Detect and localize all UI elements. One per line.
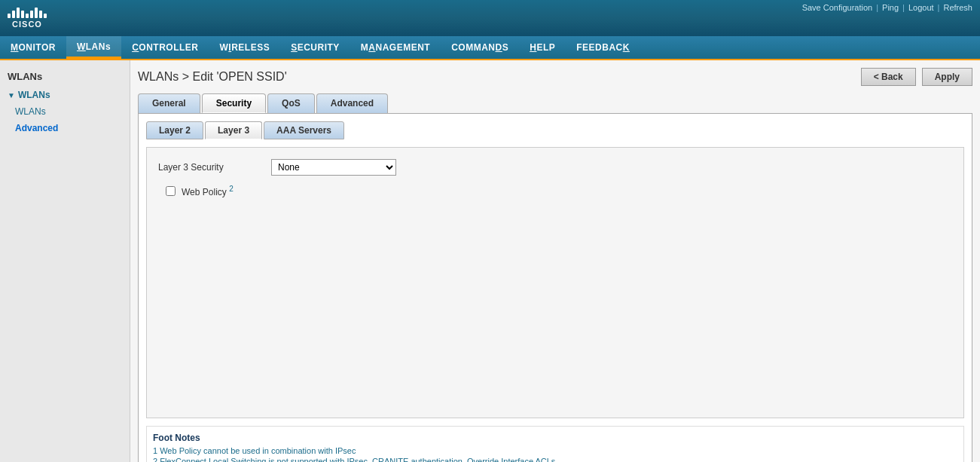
sidebar-item-wlans[interactable]: WLANs — [0, 103, 130, 120]
subtab-aaa[interactable]: AAA Servers — [264, 121, 344, 139]
nav-feedback[interactable]: FEEDBACK — [566, 36, 640, 59]
sidebar: WLANs ▼ WLANs WLANs Advanced — [0, 60, 130, 462]
top-bar: CISCO Save Configuration | Ping | Logout… — [0, 0, 980, 36]
web-policy-footnote[interactable]: 2 — [229, 185, 234, 193]
web-policy-row: Web Policy 2 — [166, 185, 952, 197]
inner-panel: Layer 3 Security None Web Policy VPN Pas… — [146, 147, 964, 418]
bar8 — [39, 11, 42, 18]
bar6 — [30, 11, 33, 18]
bar2 — [12, 11, 15, 18]
sidebar-arrow-icon: ▼ — [8, 91, 15, 99]
subtab-layer2[interactable]: Layer 2 — [146, 121, 203, 139]
main-layout: WLANs ▼ WLANs WLANs Advanced WLANs > Edi… — [0, 60, 980, 462]
cisco-logo: CISCO — [8, 8, 47, 29]
bar5 — [26, 14, 29, 18]
nav-wireless[interactable]: WIRELESS — [209, 36, 280, 59]
web-policy-label: Web Policy 2 — [182, 185, 234, 197]
sidebar-item-advanced[interactable]: Advanced — [0, 120, 130, 136]
tab-security[interactable]: Security — [202, 93, 266, 113]
refresh-link[interactable]: Refresh — [943, 3, 972, 12]
tab-advanced[interactable]: Advanced — [316, 93, 388, 113]
sub-tabs: Layer 2 Layer 3 AAA Servers — [146, 121, 964, 139]
nav-management[interactable]: MANAGEMENT — [350, 36, 441, 59]
header-buttons: < Back Apply — [861, 68, 972, 86]
bar9 — [44, 14, 47, 18]
foot-notes-title: Foot Notes — [153, 433, 957, 443]
breadcrumb: WLANs > Edit — [138, 70, 213, 83]
foot-note-2: 2 FlexConnect Local Switching is not sup… — [153, 457, 957, 462]
cisco-text: CISCO — [12, 20, 42, 29]
content-panel: Layer 2 Layer 3 AAA Servers Layer 3 Secu… — [138, 113, 972, 462]
page-title: WLANs > Edit 'OPEN SSID' — [138, 70, 287, 84]
nav-controller[interactable]: CONTROLLER — [121, 36, 209, 59]
sidebar-title: WLANs — [0, 66, 130, 87]
nav-bar: MONITOR WLANs CONTROLLER WIRELESS SECURI… — [0, 36, 980, 60]
nav-security[interactable]: SECURITY — [280, 36, 350, 59]
foot-note-1: 1 Web Policy cannot be used in combinati… — [153, 446, 957, 455]
web-policy-checkbox[interactable] — [166, 186, 176, 196]
web-policy-text: Web Policy — [182, 187, 227, 197]
main-tabs: General Security QoS Advanced — [138, 93, 972, 113]
sidebar-wlans-label: WLANs — [18, 90, 50, 100]
foot-notes: Foot Notes 1 Web Policy cannot be used i… — [146, 426, 964, 462]
layer3-security-row: Layer 3 Security None Web Policy VPN Pas… — [158, 159, 952, 176]
bar1 — [8, 14, 11, 18]
cisco-bars — [8, 8, 47, 18]
bar7 — [35, 8, 38, 18]
nav-monitor[interactable]: MONITOR — [0, 36, 66, 59]
top-links: Save Configuration | Ping | Logout | Ref… — [802, 3, 972, 12]
save-config-link[interactable]: Save Configuration — [802, 3, 873, 12]
sidebar-wlans-group[interactable]: ▼ WLANs — [0, 87, 130, 103]
apply-button[interactable]: Apply — [922, 68, 972, 86]
layer3-security-label: Layer 3 Security — [158, 162, 271, 173]
nav-help[interactable]: HELP — [519, 36, 566, 59]
subtab-layer3[interactable]: Layer 3 — [205, 121, 262, 139]
nav-wlans[interactable]: WLANs — [66, 36, 121, 59]
tab-qos[interactable]: QoS — [267, 93, 315, 113]
content-area: WLANs > Edit 'OPEN SSID' < Back Apply Ge… — [130, 60, 980, 462]
page-header: WLANs > Edit 'OPEN SSID' < Back Apply — [138, 68, 972, 86]
nav-commands[interactable]: COMMANDS — [441, 36, 519, 59]
tab-general[interactable]: General — [138, 93, 200, 113]
bar4 — [21, 11, 24, 18]
ping-link[interactable]: Ping — [882, 3, 899, 12]
layer3-security-select[interactable]: None Web Policy VPN Pass-Through Conditi… — [271, 159, 396, 176]
ssid-value: 'OPEN SSID' — [216, 70, 286, 83]
logout-link[interactable]: Logout — [908, 3, 934, 12]
back-button[interactable]: < Back — [861, 68, 916, 86]
bar3 — [17, 8, 20, 18]
